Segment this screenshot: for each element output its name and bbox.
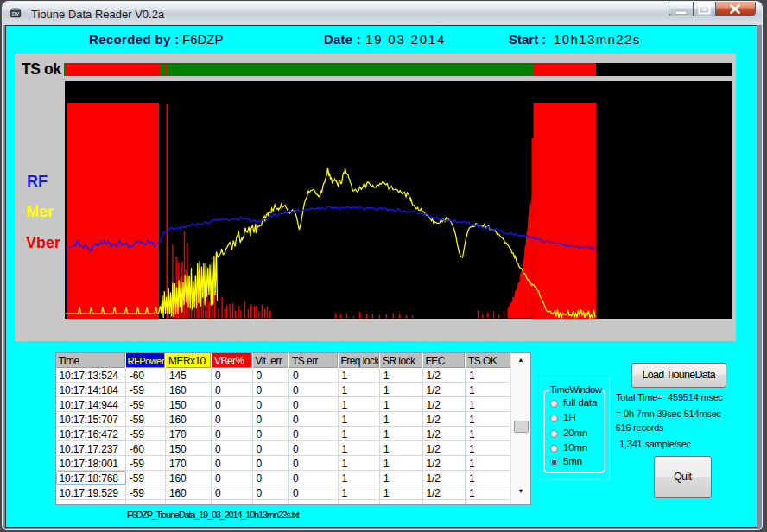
svg-text:DV: DV bbox=[12, 11, 19, 16]
